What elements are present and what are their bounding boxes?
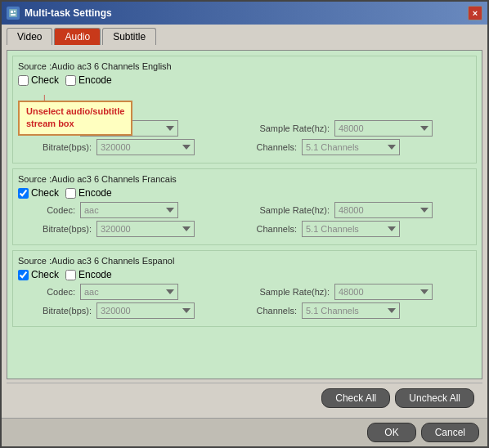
stream3-source: Source :Audio ac3 6 Channels Espanol xyxy=(18,256,471,266)
codec-label3: Codec: xyxy=(18,287,75,297)
stream-block-1: Source :Audio ac3 6 Channels English Che… xyxy=(12,56,477,164)
stream1-source: Source :Audio ac3 6 Channels English xyxy=(18,61,471,71)
bottom-bar: Check All Uncheck All xyxy=(7,383,482,413)
stream2-samplerate-select[interactable]: 480004410032000 xyxy=(334,202,433,218)
stream2-encode-text: Encode xyxy=(79,187,112,199)
channels-label2: Channels: xyxy=(248,224,297,234)
samplerate-label2: Sample Rate(hz): xyxy=(248,205,330,215)
bitrate-label3: Bitrate(bps): xyxy=(18,306,92,316)
stream2-source: Source :Audio ac3 6 Channels Francais xyxy=(18,174,471,184)
stream3-check-input[interactable] xyxy=(18,270,29,280)
stream2-channels-row: Channels: 5.1 ChannelsStereoMono xyxy=(248,221,471,237)
stream-block-2: Source :Audio ac3 6 Channels Francais Ch… xyxy=(12,168,477,245)
stream2-fields: Codec: aacmp3ac3copy Bitrate(bps): 32000… xyxy=(18,202,471,240)
channels-label: Channels: xyxy=(248,142,297,152)
stream2-samplerate-row: Sample Rate(hz): 480004410032000 xyxy=(248,202,471,218)
cancel-button[interactable]: Cancel xyxy=(421,423,479,442)
stream2-check-text: Check xyxy=(31,187,59,199)
stream1-check-text: Check xyxy=(31,74,59,86)
samplerate-label: Sample Rate(hz): xyxy=(248,123,330,133)
bitrate-label: Bitrate(bps): xyxy=(18,142,92,152)
tabs-bar: Video Audio Subtitle xyxy=(2,25,487,45)
close-button[interactable]: × xyxy=(468,6,482,20)
stream1-check-input[interactable] xyxy=(18,75,29,86)
stream2-encode-label[interactable]: Encode xyxy=(65,187,112,199)
ok-button[interactable]: OK xyxy=(367,423,415,442)
uncheck-all-button[interactable]: Uncheck All xyxy=(395,388,474,408)
app-icon xyxy=(7,7,20,20)
check-all-button[interactable]: Check All xyxy=(321,388,390,408)
streams-container: Source :Audio ac3 6 Channels English Che… xyxy=(7,50,482,379)
stream3-encode-label[interactable]: Encode xyxy=(65,269,112,280)
stream2-channels-select[interactable]: 5.1 ChannelsStereoMono xyxy=(302,221,400,237)
stream2-codec-select[interactable]: aacmp3ac3copy xyxy=(80,202,178,218)
stream2-encode-input[interactable] xyxy=(65,188,76,199)
stream1-bitrate-select[interactable]: 320000256000192000128000 xyxy=(96,139,195,155)
stream3-fields: Codec: aacmp3ac3copy Bitrate(bps): 32000… xyxy=(18,284,471,321)
stream3-codec-select[interactable]: aacmp3ac3copy xyxy=(80,284,178,300)
stream1-encode-label[interactable]: Encode xyxy=(65,74,112,86)
svg-rect-3 xyxy=(11,14,16,16)
stream1-channels-row: Channels: 5.1 ChannelsStereoMono xyxy=(248,139,471,155)
tab-audio[interactable]: Audio xyxy=(54,28,101,45)
stream3-bitrate-row: Bitrate(bps): 320000256000192000128000 xyxy=(18,302,241,319)
stream1-col-right: Sample Rate(hz): 480004410032000 Channel… xyxy=(248,120,471,158)
content-area: Source :Audio ac3 6 Channels English Che… xyxy=(2,45,487,418)
stream1-samplerate-select[interactable]: 480004410032000 xyxy=(334,120,433,137)
svg-rect-2 xyxy=(14,11,16,12)
stream2-bitrate-row: Bitrate(bps): 320000256000192000128000 xyxy=(18,221,241,237)
stream2-checkrow: Check Encode xyxy=(18,187,471,199)
stream3-channels-select[interactable]: 5.1 ChannelsStereoMono xyxy=(302,302,400,319)
stream3-encode-text: Encode xyxy=(79,269,112,280)
stream1-encode-text: Encode xyxy=(79,74,112,86)
ok-cancel-bar: OK Cancel xyxy=(2,418,487,446)
stream2-codec-row: Codec: aacmp3ac3copy xyxy=(18,202,241,218)
stream3-samplerate-select[interactable]: 480004410032000 xyxy=(334,284,433,300)
stream3-channels-row: Channels: 5.1 ChannelsStereoMono xyxy=(248,302,471,319)
codec-label2: Codec: xyxy=(18,205,75,215)
stream1-check-label[interactable]: Check xyxy=(18,74,59,86)
stream2-bitrate-select[interactable]: 320000256000192000128000 xyxy=(96,221,195,237)
stream3-checkrow: Check Encode xyxy=(18,269,471,280)
samplerate-label3: Sample Rate(hz): xyxy=(248,287,330,297)
title-bar-left: Multi-task Settings xyxy=(7,7,112,20)
bitrate-label2: Bitrate(bps): xyxy=(18,224,92,234)
stream1-samplerate-row: Sample Rate(hz): 480004410032000 xyxy=(248,120,471,137)
stream3-samplerate-row: Sample Rate(hz): 480004410032000 xyxy=(248,284,471,300)
stream3-encode-input[interactable] xyxy=(65,270,76,280)
stream1-checkrow: Check Encode xyxy=(18,74,112,86)
tab-video[interactable]: Video xyxy=(7,28,52,45)
stream1-channels-select[interactable]: 5.1 ChannelsStereoMono xyxy=(302,139,400,155)
stream2-check-label[interactable]: Check xyxy=(18,187,59,199)
main-window: Multi-task Settings × Video Audio Subtit… xyxy=(0,0,489,448)
stream3-check-label[interactable]: Check xyxy=(18,269,59,280)
stream3-check-text: Check xyxy=(31,269,59,280)
stream3-bitrate-select[interactable]: 320000256000192000128000 xyxy=(96,302,195,319)
tab-subtitle[interactable]: Subtitle xyxy=(102,28,156,45)
stream2-check-input[interactable] xyxy=(18,188,29,199)
svg-rect-1 xyxy=(11,11,13,13)
title-bar: Multi-task Settings × xyxy=(2,2,487,25)
stream-block-3: Source :Audio ac3 6 Channels Espanol Che… xyxy=(12,250,477,327)
stream3-codec-row: Codec: aacmp3ac3copy xyxy=(18,284,241,300)
tooltip-box: Unselect audio/subtitle stream box xyxy=(18,101,132,136)
stream1-encode-input[interactable] xyxy=(65,75,76,86)
window-title: Multi-task Settings xyxy=(25,7,112,19)
channels-label3: Channels: xyxy=(248,306,297,316)
stream1-bitrate-row: Bitrate(bps): 320000256000192000128000 xyxy=(18,139,241,155)
